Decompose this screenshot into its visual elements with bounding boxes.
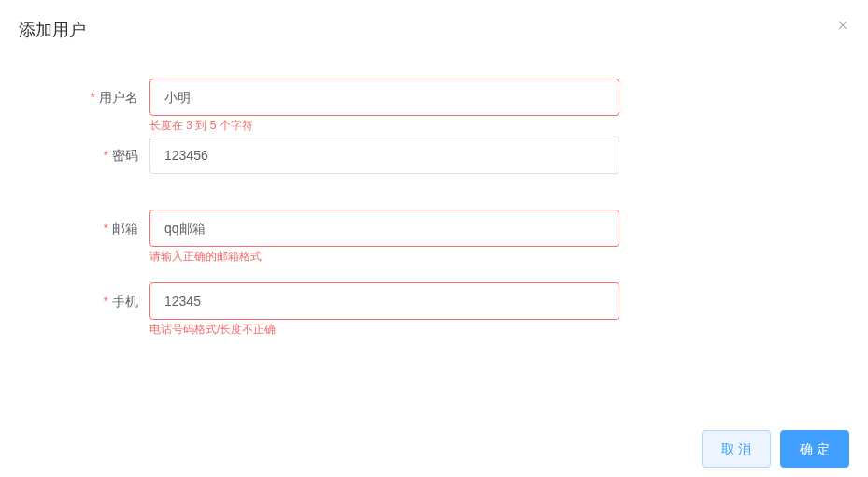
cancel-button[interactable]: 取 消: [702, 430, 771, 468]
mobile-label: 手机: [19, 282, 149, 320]
dialog-header: 添加用户: [0, 0, 868, 51]
username-content: 长度在 3 到 5 个字符: [149, 79, 619, 116]
form-item-email: 邮箱 请输入正确的邮箱格式: [19, 210, 849, 247]
password-label: 密码: [19, 137, 149, 174]
mobile-input[interactable]: [149, 282, 619, 320]
email-label: 邮箱: [19, 210, 149, 247]
mobile-error: 电话号码格式/长度不正确: [149, 320, 276, 335]
username-error: 长度在 3 到 5 个字符: [149, 116, 253, 131]
dialog-body: 用户名 长度在 3 到 5 个字符 密码 邮箱 请输入正确的邮箱格式 手机 电话: [0, 51, 868, 350]
password-content: [149, 137, 619, 174]
password-input[interactable]: [149, 137, 619, 174]
close-button[interactable]: [836, 19, 849, 32]
email-error: 请输入正确的邮箱格式: [149, 247, 262, 262]
username-input[interactable]: [149, 79, 619, 116]
confirm-button[interactable]: 确 定: [780, 430, 849, 468]
email-content: 请输入正确的邮箱格式: [149, 210, 619, 247]
username-label: 用户名: [19, 79, 149, 116]
dialog-title: 添加用户: [19, 19, 86, 41]
mobile-content: 电话号码格式/长度不正确: [149, 282, 619, 320]
dialog-footer: 取 消 确 定: [702, 421, 849, 468]
add-user-dialog: 添加用户 用户名 长度在 3 到 5 个字符 密码 邮箱 请输入正确的邮: [0, 0, 868, 477]
form-item-password: 密码: [19, 137, 849, 174]
form-item-mobile: 手机 电话号码格式/长度不正确: [19, 282, 849, 320]
email-input[interactable]: [149, 210, 619, 247]
form-item-username: 用户名 长度在 3 到 5 个字符: [19, 79, 849, 116]
close-icon: [836, 19, 849, 32]
